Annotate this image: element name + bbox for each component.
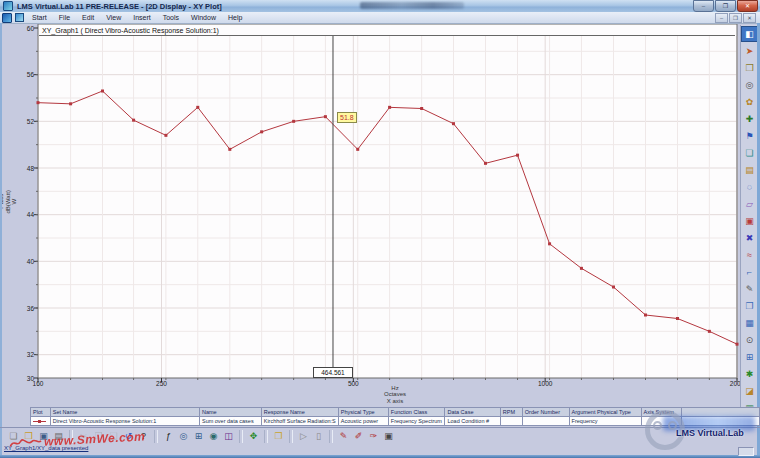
- data-point-marker: [516, 154, 519, 157]
- data-point-marker: [132, 119, 135, 122]
- data-point-marker: [452, 122, 455, 125]
- camera-icon[interactable]: ◎: [741, 77, 758, 93]
- select-icon[interactable]: ➤: [741, 43, 758, 59]
- data-point-marker: [548, 242, 551, 245]
- options-icon[interactable]: ⊙: [741, 332, 758, 348]
- refresh-icon[interactable]: ✱: [741, 366, 758, 382]
- export-display-icon[interactable]: ◪: [741, 383, 758, 399]
- data-point-marker: [612, 286, 615, 289]
- cascade-windows-icon[interactable]: ❐: [271, 430, 286, 443]
- data-point-marker: [228, 148, 231, 151]
- fit-view-icon[interactable]: ✥: [246, 430, 261, 443]
- save-icon[interactable]: ▣: [36, 430, 51, 443]
- globe-icon[interactable]: ◉: [206, 430, 221, 443]
- display-2d-icon[interactable]: ◧: [741, 26, 758, 42]
- table-cell: Load Condition #: [445, 417, 500, 426]
- xy-plot-canvas[interactable]: [28, 24, 744, 390]
- preview-icon[interactable]: ◎: [176, 430, 191, 443]
- data-point-marker: [736, 343, 739, 346]
- undo-icon[interactable]: ↺: [121, 430, 136, 443]
- data-point-marker: [164, 134, 167, 137]
- page-setup-icon[interactable]: ▷: [296, 430, 311, 443]
- curve-style-icon[interactable]: ≈: [741, 247, 758, 263]
- table-cell: Sum over data cases: [199, 417, 261, 426]
- app-icon: [3, 1, 13, 11]
- paste-icon: ❑: [106, 430, 121, 443]
- data-point-marker: [69, 102, 72, 105]
- y-tick-label: 32: [12, 351, 34, 358]
- data-point-marker: [676, 317, 679, 320]
- cursor-frequency-readout: 464.561: [313, 367, 353, 378]
- cut-icon: ✂: [76, 430, 91, 443]
- annotate-pen-icon[interactable]: ✐: [351, 430, 366, 443]
- zoom-icon[interactable]: ◌: [741, 179, 758, 195]
- new-display-icon[interactable]: ❐: [741, 298, 758, 314]
- y-tick-label: 40: [12, 258, 34, 265]
- minimize-button[interactable]: –: [693, 0, 714, 12]
- menu-edit[interactable]: Edit: [76, 14, 100, 21]
- delete-curve-icon[interactable]: ✖: [741, 230, 758, 246]
- plot-legend-title: XY_Graph1 ( Direct Vibro-Acoustic Respon…: [39, 25, 735, 36]
- legend-icon[interactable]: ▤: [741, 162, 758, 178]
- export-icon[interactable]: ▣: [381, 430, 396, 443]
- table-cell: Frequency Spectrum: [388, 417, 445, 426]
- crosshair-icon[interactable]: ✚: [741, 111, 758, 127]
- edit-note-icon[interactable]: ✎: [741, 281, 758, 297]
- chart-type-icon[interactable]: ▦: [741, 315, 758, 331]
- menu-file[interactable]: File: [53, 14, 76, 21]
- open-folder-icon[interactable]: ❒: [21, 430, 36, 443]
- window-controls: – ❐ ✕: [693, 0, 758, 12]
- flag-cursor-icon[interactable]: ⚑: [741, 128, 758, 144]
- column-header-name: Name: [199, 408, 261, 417]
- menu-window[interactable]: Window: [185, 14, 222, 21]
- data-point-marker: [37, 101, 40, 104]
- x-axis-title: HzOctavesX axis: [345, 385, 445, 404]
- copy-icon: ❐: [91, 430, 106, 443]
- copy-display-icon[interactable]: ❒: [741, 60, 758, 76]
- column-header-rpm: RPM: [500, 408, 522, 417]
- annotate-stamp-icon[interactable]: ✑: [366, 430, 381, 443]
- cursor-value-label: 51.8: [337, 112, 357, 123]
- table-cell: Kirchhoff Surface Radiation:S: [261, 417, 338, 426]
- child-close-button[interactable]: ✕: [743, 13, 756, 23]
- data-point-marker: [708, 330, 711, 333]
- pan-icon[interactable]: ▱: [741, 196, 758, 212]
- menu-help[interactable]: Help: [222, 14, 248, 21]
- annotate-pencil-icon[interactable]: ✎: [336, 430, 351, 443]
- bottom-toolbar: ❏❒▣▤✂❐❑↺?ƒ◎⊞◉◫✥❐▷▯✎✐✑▣: [0, 427, 760, 444]
- chart-view-icon[interactable]: ◫: [221, 430, 236, 443]
- maximize-button[interactable]: ❐: [715, 0, 736, 12]
- table-view-icon[interactable]: ⊞: [191, 430, 206, 443]
- palette-icon[interactable]: ✿: [741, 94, 758, 110]
- annotation-icon[interactable]: ▣: [741, 213, 758, 229]
- close-button[interactable]: ✕: [737, 0, 758, 12]
- column-header-order-number: Order Number: [522, 408, 569, 417]
- layers-icon[interactable]: ❏: [741, 145, 758, 161]
- grid-toggle-icon[interactable]: ⊞: [741, 349, 758, 365]
- menu-insert[interactable]: Insert: [127, 14, 157, 21]
- menu-start[interactable]: Start: [26, 14, 53, 21]
- child-restore-button[interactable]: ❐: [729, 13, 742, 23]
- background-window-blur: [360, 2, 464, 9]
- data-point-marker: [388, 106, 391, 109]
- table-cell: [641, 417, 681, 426]
- toolbar-separator: [154, 430, 158, 443]
- x-tick-label: 160: [23, 380, 53, 387]
- table-row[interactable]: Direct Vibro-Acoustic Response Solution:…: [31, 417, 760, 426]
- print-icon[interactable]: ▤: [51, 430, 66, 443]
- menu-view[interactable]: View: [100, 14, 127, 21]
- child-minimize-button[interactable]: –: [715, 13, 728, 23]
- y-tick-label: 52: [12, 118, 34, 125]
- column-header-argument-physical-type: Argument Physical Type: [569, 408, 641, 417]
- help-icon[interactable]: ?: [136, 430, 151, 443]
- menu-tools[interactable]: Tools: [157, 14, 185, 21]
- resize-grip[interactable]: [738, 447, 754, 456]
- toolbar-separator: [69, 430, 73, 443]
- axis-format-icon[interactable]: ⌐: [741, 264, 758, 280]
- window-title: LMS Virtual.Lab 11 PRE-RELEASE - [2D Dis…: [17, 2, 222, 11]
- column-header-set-name: Set Name: [50, 408, 199, 417]
- toolbar-separator: [239, 430, 243, 443]
- new-document-icon[interactable]: ❏: [6, 430, 21, 443]
- blank-page-icon[interactable]: ▯: [311, 430, 326, 443]
- function-editor-icon[interactable]: ƒ: [161, 430, 176, 443]
